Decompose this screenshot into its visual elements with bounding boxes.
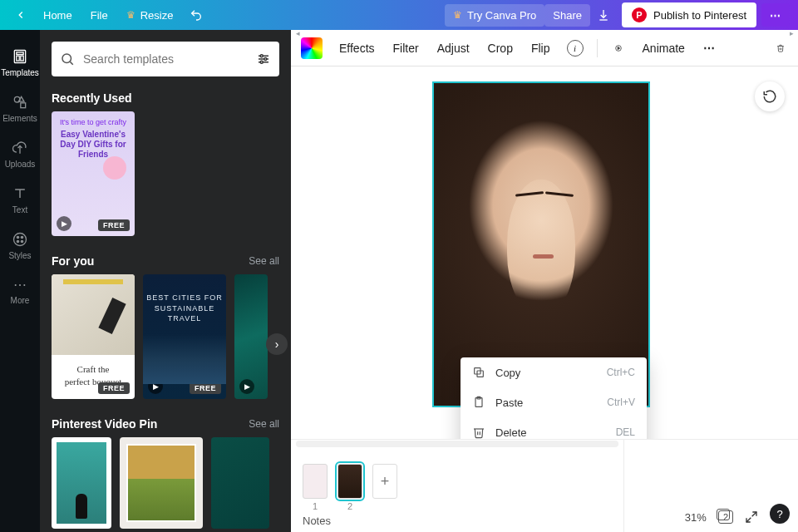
page-count-button[interactable]: 2 — [718, 510, 733, 524]
search-input[interactable] — [83, 52, 248, 66]
chevron-left-icon[interactable]: ◂ — [293, 30, 303, 37]
copy-icon — [472, 366, 485, 379]
template-thumb[interactable]: Craft the perfect bouquet FREE — [52, 274, 135, 399]
canvas-stage[interactable]: Copy Ctrl+C Paste Ctrl+V Delete DEL Comm… — [291, 66, 798, 439]
template-thumb[interactable] — [211, 437, 269, 529]
rail-text[interactable]: Text — [0, 177, 40, 223]
rail-more-label: More — [11, 296, 30, 305]
ctx-paste[interactable]: Paste Ctrl+V — [461, 387, 647, 417]
download-icon — [597, 8, 610, 22]
thumb-title: Easy Valentine's Day DIY Gifts for Frien… — [58, 130, 128, 160]
scroll-right-button[interactable]: › — [266, 333, 288, 355]
svg-point-10 — [21, 240, 22, 242]
publish-label: Publish to Pinterest — [653, 9, 746, 22]
rail-styles-label: Styles — [8, 251, 31, 260]
refresh-fab[interactable] — [755, 81, 785, 111]
svg-rect-1 — [17, 52, 23, 55]
file-label: File — [91, 9, 108, 22]
page-thumb-1[interactable]: 1 — [303, 464, 328, 499]
filter-button[interactable]: Filter — [392, 38, 421, 58]
play-icon: ▶ — [57, 216, 71, 231]
rail-uploads[interactable]: Uploads — [0, 131, 40, 177]
crop-button[interactable]: Crop — [486, 38, 515, 58]
svg-point-6 — [14, 234, 27, 246]
horizontal-scrollbar[interactable]: ◂ ▸ — [291, 440, 623, 448]
undo-icon — [190, 8, 203, 22]
search-bar[interactable] — [52, 42, 279, 76]
add-page-button[interactable]: + — [372, 464, 397, 499]
thumb-caption: BEST CITIES FOR SUSTAINABLE TRAVEL — [143, 293, 226, 324]
ctx-delete-shortcut: DEL — [616, 426, 635, 438]
template-thumb[interactable] — [52, 437, 111, 529]
svg-rect-5 — [21, 103, 26, 108]
svg-point-9 — [17, 240, 18, 242]
templates-panel: Recently Used It's time to get crafty Ea… — [40, 30, 291, 532]
file-menu[interactable]: File — [82, 4, 116, 27]
chevron-left-icon — [15, 9, 27, 21]
template-thumb[interactable] — [120, 437, 203, 529]
page-number: 1 — [313, 501, 318, 511]
svg-marker-20 — [618, 47, 620, 49]
rail-elements[interactable]: Elements — [0, 86, 40, 131]
see-all-link[interactable]: See all — [249, 255, 279, 267]
left-rail: Templates Elements Uploads Text Styles ⋯… — [0, 30, 40, 532]
home-label: Home — [43, 9, 72, 22]
rail-elements-label: Elements — [2, 114, 37, 123]
see-all-link[interactable]: See all — [249, 418, 279, 430]
styles-icon — [12, 231, 28, 248]
pinterest-heading: Pinterest Video Pin — [52, 417, 157, 431]
rail-more[interactable]: ⋯ More — [0, 268, 40, 313]
context-menu: Copy Ctrl+C Paste Ctrl+V Delete DEL Comm… — [461, 357, 647, 439]
flip-button[interactable]: Flip — [530, 38, 552, 58]
template-thumb[interactable]: BEST CITIES FOR SUSTAINABLE TRAVEL ▶ FRE… — [143, 274, 226, 399]
filter-icon[interactable] — [256, 52, 271, 66]
trash-icon[interactable] — [773, 41, 788, 56]
separator — [597, 39, 598, 57]
top-nav: Home File ♛ Resize ♛ Try Canva Pro Share… — [0, 0, 798, 30]
adjust-button[interactable]: Adjust — [436, 38, 471, 58]
undo-button[interactable] — [183, 3, 209, 27]
crown-icon: ♛ — [126, 9, 135, 21]
share-button[interactable]: Share — [544, 4, 590, 27]
color-picker-button[interactable] — [301, 37, 323, 59]
svg-line-27 — [752, 512, 756, 516]
free-badge: FREE — [98, 382, 130, 394]
svg-point-16 — [260, 55, 263, 57]
page-number: 2 — [347, 501, 352, 511]
animate-icon[interactable] — [611, 41, 626, 56]
rail-styles[interactable]: Styles — [0, 223, 40, 268]
try-pro-button[interactable]: ♛ Try Canva Pro — [445, 4, 544, 27]
page-thumb-2[interactable]: 2 — [337, 464, 362, 499]
rail-templates[interactable]: Templates — [0, 40, 40, 86]
chevron-right-icon[interactable]: ▸ — [786, 30, 796, 37]
zoom-level[interactable]: 31% — [685, 511, 707, 524]
resize-menu[interactable]: ♛ Resize — [118, 4, 182, 27]
more-toolbar-button[interactable]: ⋯ — [702, 38, 718, 58]
decoration — [103, 156, 126, 180]
fullscreen-icon[interactable] — [745, 510, 758, 524]
template-thumb[interactable]: ▶ — [234, 274, 268, 399]
home-button[interactable]: Home — [35, 4, 81, 27]
publish-button[interactable]: P Publish to Pinterest — [622, 2, 756, 27]
template-thumb[interactable]: It's time to get crafty Easy Valentine's… — [52, 111, 135, 236]
info-icon[interactable]: i — [567, 40, 584, 57]
animate-button[interactable]: Animate — [641, 38, 687, 58]
back-button[interactable] — [8, 4, 33, 26]
ctx-delete-label: Delete — [495, 426, 527, 439]
more-icon: ⋯ — [13, 277, 27, 293]
share-label: Share — [553, 9, 582, 22]
effects-button[interactable]: Effects — [337, 38, 377, 58]
ctx-copy-shortcut: Ctrl+C — [607, 367, 635, 378]
ctx-copy[interactable]: Copy Ctrl+C — [461, 357, 647, 387]
notes-toggle[interactable]: Notes — [291, 508, 623, 532]
download-button[interactable] — [590, 3, 617, 27]
resize-label: Resize — [140, 9, 174, 22]
ctx-paste-shortcut: Ctrl+V — [607, 397, 635, 408]
more-apps-button[interactable]: ⋯ — [761, 3, 790, 27]
help-icon[interactable]: ? — [770, 504, 790, 524]
thumb-eyebrow: It's time to get crafty — [58, 118, 128, 126]
ctx-paste-label: Paste — [495, 397, 523, 409]
svg-point-17 — [264, 58, 267, 61]
svg-point-11 — [62, 54, 71, 63]
ctx-delete[interactable]: Delete DEL — [461, 417, 647, 439]
